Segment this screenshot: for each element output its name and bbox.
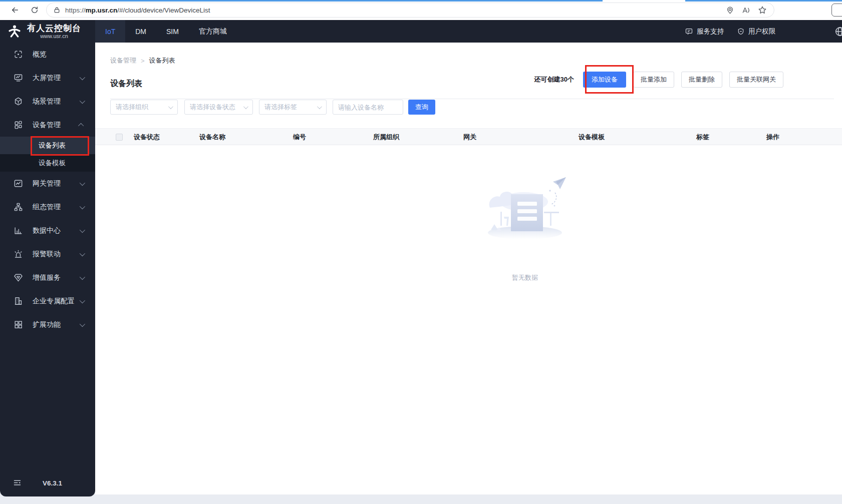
browser-edge-partial-icon[interactable] [831,4,842,17]
lock-icon[interactable] [54,7,60,14]
empty-state-illustration [480,177,570,242]
chevron-up-icon [78,123,84,128]
batch-delete-button[interactable]: 批量删除 [681,72,722,88]
add-device-button[interactable]: 添加设备 [583,72,626,88]
device-name-input[interactable] [333,100,403,115]
product-tabs: IoT DM SIM 官方商城 [95,20,237,43]
tab-official-mall[interactable]: 官方商城 [189,20,237,43]
page-title: 设备列表 [110,79,142,89]
sidebar-item-overview[interactable]: 概览 [0,43,95,66]
sidebar-item-config-mgmt[interactable]: 组态管理 [0,195,95,219]
chevron-down-icon [80,321,85,326]
chevron-down-icon [243,104,248,109]
breadcrumb-device-mgmt[interactable]: 设备管理 [110,56,136,65]
column-device-name: 设备名称 [199,129,225,146]
service-support-label: 服务支持 [697,27,724,36]
sidebar-item-scene-mgmt[interactable]: 场景管理 [0,90,95,113]
sidebar: 概览 大屏管理 场景管理 设备管理 设备列表 设备模板 网关管理 组态 [0,43,95,496]
tab-loading-strip [0,0,603,2]
chevron-down-icon [80,203,85,209]
chevron-down-icon [80,98,85,103]
user-permission-label: 用户权限 [748,27,775,36]
globe-icon[interactable] [834,26,842,39]
navbar-right: 服务支持 用户权限 [685,20,775,43]
org-select[interactable]: 请选择组织 [110,100,178,115]
chevron-down-icon [80,274,85,279]
sidebar-item-data-center[interactable]: 数据中心 [0,219,95,242]
select-all-checkbox[interactable] [116,134,123,141]
breadcrumb-separator: > [141,57,145,65]
device-mgmt-icon [14,120,23,130]
column-device-status: 设备状态 [134,129,160,146]
sidebar-item-screen-mgmt[interactable]: 大屏管理 [0,66,95,90]
user-permission[interactable]: 用户权限 [737,27,775,36]
tab-loading-strip [685,0,842,2]
header-divider [110,99,834,99]
version-label: V6.3.1 [43,479,62,487]
page-actions: 还可创建30个 添加设备 批量添加 批量删除 批量关联网关 [534,72,783,88]
brand-logo[interactable]: ® 有人云控制台 www.usr.cn [7,20,81,43]
tab-iot[interactable]: IoT [95,20,125,43]
url-text: https://mp.usr.cn/#/cloud/device/ViewDev… [65,7,210,14]
sidebar-item-label: 概览 [33,50,47,59]
url-path: /#/cloud/device/ViewDeviceList [117,7,210,14]
breadcrumb-device-list: 设备列表 [149,56,175,65]
service-support[interactable]: 服务支持 [685,27,724,36]
sidebar-item-alarm-linkage[interactable]: 报警联动 [0,242,95,266]
chevron-down-icon [80,180,85,185]
url-domain: mp.usr.cn [86,7,118,14]
sidebar-footer: V6.3.1 [0,477,95,491]
sidebar-item-value-added[interactable]: 增值服务 [0,266,95,289]
batch-add-button[interactable]: 批量添加 [633,72,674,88]
chevron-down-icon [80,297,85,303]
device-status-placeholder: 请选择设备状态 [190,103,235,112]
sidebar-item-enterprise-config[interactable]: 企业专属配置 [0,289,95,313]
tab-dm[interactable]: DM [125,20,156,43]
sidebar-item-gateway-mgmt[interactable]: 网关管理 [0,172,95,195]
sidebar-item-device-mgmt[interactable]: 设备管理 [0,113,95,137]
address-bar-actions [726,6,774,15]
breadcrumb: 设备管理 > 设备列表 [110,56,175,65]
sidebar-item-device-list[interactable]: 设备列表 [0,137,95,154]
grid-icon [14,320,23,329]
read-aloud-icon[interactable] [741,6,751,15]
chevron-down-icon [317,104,322,109]
brand-subtitle: www.usr.cn [27,33,81,40]
gem-shield-icon [14,273,23,282]
org-select-placeholder: 请选择组织 [116,103,148,112]
chevron-down-icon [80,227,85,232]
sidebar-item-label: 组态管理 [33,203,61,212]
sidebar-item-extensions[interactable]: 扩展功能 [0,313,95,336]
column-serial: 编号 [293,129,306,146]
table-header-row: 设备状态 设备名称 编号 所属组织 网关 设备模板 标签 操作 [95,128,842,145]
back-arrow-icon [11,6,20,15]
main-content: 设备管理 > 设备列表 设备列表 还可创建30个 添加设备 批量添加 批量删除 … [95,43,842,494]
device-status-select[interactable]: 请选择设备状态 [184,100,253,115]
filter-bar: 请选择组织 请选择设备状态 请选择标签 查询 [95,100,842,115]
column-organization: 所属组织 [373,129,399,146]
browser-back-button[interactable] [8,3,22,17]
sidebar-item-device-template[interactable]: 设备模板 [0,154,95,172]
chat-bubble-icon [685,28,693,36]
location-icon[interactable] [726,6,734,15]
shield-icon [737,28,745,36]
column-device-template: 设备模板 [579,129,605,146]
tab-sim[interactable]: SIM [156,20,189,43]
column-gateway: 网关 [463,129,476,146]
building-icon [14,296,23,306]
sidebar-item-label: 扩展功能 [33,320,61,329]
sidebar-item-label: 数据中心 [33,226,61,235]
batch-link-gateway-button[interactable]: 批量关联网关 [729,72,783,88]
url-scheme: https:// [65,7,86,14]
search-button[interactable]: 查询 [408,100,435,115]
browser-refresh-button[interactable] [28,3,42,17]
collapse-sidebar-icon[interactable] [13,478,22,489]
address-bar[interactable]: https://mp.usr.cn/#/cloud/device/ViewDev… [46,3,774,18]
sidebar-item-label: 增值服务 [33,273,61,282]
gateway-icon [14,179,23,188]
alarm-icon [14,249,23,259]
tag-select[interactable]: 请选择标签 [259,100,327,115]
favorite-star-icon[interactable] [758,6,767,15]
brand-title: 有人云控制台 [27,24,81,33]
sidebar-item-label: 大屏管理 [33,74,61,83]
